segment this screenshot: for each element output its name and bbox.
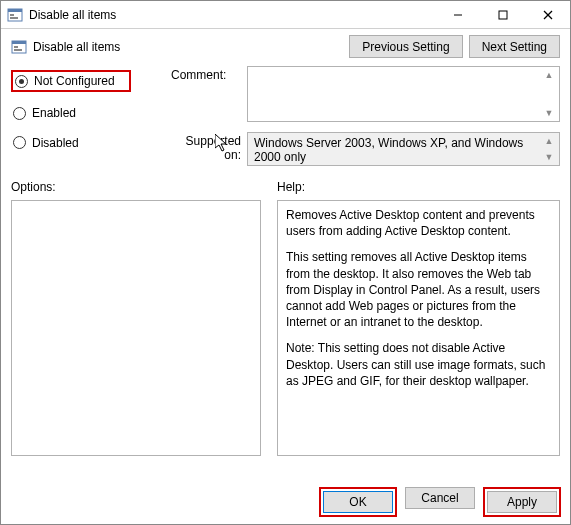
apply-button[interactable]: Apply bbox=[487, 491, 557, 513]
radio-not-configured-label: Not Configured bbox=[34, 74, 115, 88]
header-row: Disable all items Previous Setting Next … bbox=[1, 29, 570, 66]
svg-rect-2 bbox=[10, 14, 14, 16]
supported-on-value: Windows Server 2003, Windows XP, and Win… bbox=[254, 136, 523, 164]
chevron-down-icon[interactable]: ▼ bbox=[541, 151, 557, 163]
previous-setting-button[interactable]: Previous Setting bbox=[349, 35, 462, 58]
help-paragraph: This setting removes all Active Desktop … bbox=[286, 249, 551, 330]
chevron-up-icon[interactable]: ▲ bbox=[541, 135, 557, 147]
comment-label: Comment: bbox=[171, 66, 247, 82]
help-paragraph: Note: This setting does not disable Acti… bbox=[286, 340, 551, 389]
help-panel: Removes Active Desktop content and preve… bbox=[277, 200, 560, 456]
next-setting-button[interactable]: Next Setting bbox=[469, 35, 560, 58]
radio-disabled-label: Disabled bbox=[32, 136, 79, 150]
policy-icon bbox=[11, 39, 27, 55]
window-title: Disable all items bbox=[29, 8, 116, 22]
svg-rect-10 bbox=[14, 46, 18, 48]
supported-on-box: Windows Server 2003, Windows XP, and Win… bbox=[247, 132, 560, 166]
chevron-down-icon[interactable]: ▼ bbox=[541, 107, 557, 119]
maximize-button[interactable] bbox=[480, 1, 525, 29]
title-bar: Disable all items bbox=[1, 1, 570, 29]
options-panel bbox=[11, 200, 261, 456]
header-title: Disable all items bbox=[33, 40, 120, 54]
supported-label: Supported on: bbox=[171, 132, 247, 162]
svg-rect-1 bbox=[8, 9, 22, 12]
svg-rect-3 bbox=[10, 17, 18, 19]
chevron-up-icon[interactable]: ▲ bbox=[541, 69, 557, 81]
radio-not-configured[interactable] bbox=[15, 75, 28, 88]
svg-rect-5 bbox=[499, 11, 507, 19]
state-radio-group: Not Configured Enabled Disabled bbox=[11, 66, 161, 166]
options-heading: Options: bbox=[11, 180, 261, 194]
help-heading: Help: bbox=[261, 180, 560, 194]
minimize-button[interactable] bbox=[435, 1, 480, 29]
radio-disabled[interactable] bbox=[13, 136, 26, 149]
ok-button[interactable]: OK bbox=[323, 491, 393, 513]
cancel-button[interactable]: Cancel bbox=[405, 487, 475, 509]
help-paragraph: Removes Active Desktop content and preve… bbox=[286, 207, 551, 239]
close-button[interactable] bbox=[525, 1, 570, 29]
policy-icon bbox=[7, 7, 23, 23]
svg-rect-11 bbox=[14, 49, 22, 51]
dialog-footer: OK Cancel Apply bbox=[319, 487, 561, 517]
svg-rect-9 bbox=[12, 41, 26, 44]
radio-enabled[interactable] bbox=[13, 107, 26, 120]
radio-enabled-label: Enabled bbox=[32, 106, 76, 120]
comment-input[interactable]: ▲ ▼ bbox=[247, 66, 560, 122]
